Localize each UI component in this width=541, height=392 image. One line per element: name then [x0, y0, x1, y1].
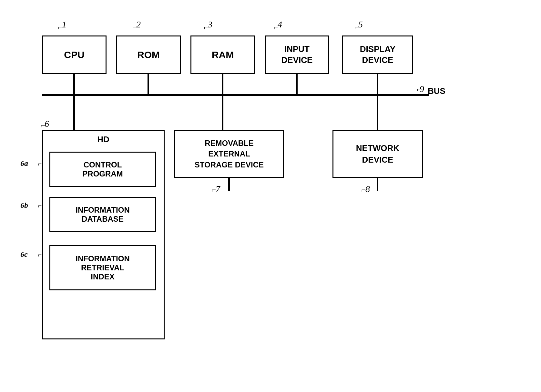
- bus-to-storage-connector: [222, 94, 223, 130]
- diagram-container: 1 2 3 4 5 ⌐ ⌐ ⌐ ⌐ ⌐ CPU ROM RAM INPUTDEV…: [26, 19, 510, 374]
- information-database-box: INFORMATIONDATABASE: [49, 197, 156, 232]
- bus-label: BUS: [428, 86, 445, 96]
- display-connector: [377, 74, 378, 95]
- control-program-label: CONTROLPROGRAM: [82, 160, 123, 178]
- input-connector: [296, 74, 298, 95]
- input-device-box: INPUTDEVICE: [265, 35, 329, 74]
- display-device-box: DISPLAYDEVICE: [342, 35, 413, 74]
- removable-storage-label: REMOVABLEEXTERNALSTORAGE DEVICE: [195, 138, 264, 170]
- number-6c: 6c: [20, 250, 28, 259]
- input-device-label: INPUTDEVICE: [281, 44, 313, 66]
- bus-to-hd-connector: [73, 94, 75, 130]
- ram-box: RAM: [190, 35, 255, 74]
- storage-number-line: [228, 178, 230, 191]
- display-device-label: DISPLAYDEVICE: [360, 44, 395, 66]
- bus-line: [42, 94, 429, 96]
- cpu-label: CPU: [64, 49, 84, 60]
- information-retrieval-index-box: INFORMATIONRETRIEVALINDEX: [49, 245, 156, 290]
- rom-box: ROM: [116, 35, 181, 74]
- number-6a: 6a: [20, 159, 28, 168]
- cpu-connector: [73, 74, 75, 95]
- removable-storage-box: REMOVABLEEXTERNALSTORAGE DEVICE: [174, 130, 284, 178]
- hd-box: HD 6a ⌐ CONTROLPROGRAM 6b ⌐ INFORMATIOND…: [42, 130, 165, 339]
- ram-label: RAM: [212, 49, 234, 60]
- hd-label: HD: [97, 135, 109, 145]
- bus-to-network-connector: [377, 94, 378, 130]
- rom-label: ROM: [137, 49, 160, 60]
- information-database-label: INFORMATIONDATABASE: [76, 206, 130, 224]
- ram-connector: [222, 74, 223, 95]
- control-program-box: CONTROLPROGRAM: [49, 152, 156, 187]
- cpu-box: CPU: [42, 35, 107, 74]
- information-retrieval-index-label: INFORMATIONRETRIEVALINDEX: [76, 254, 130, 281]
- network-device-label: NETWORKDEVICE: [356, 142, 399, 166]
- network-number-line: [377, 178, 378, 191]
- rom-connector: [148, 74, 149, 95]
- network-device-box: NETWORKDEVICE: [332, 130, 423, 178]
- number-6b: 6b: [20, 201, 28, 210]
